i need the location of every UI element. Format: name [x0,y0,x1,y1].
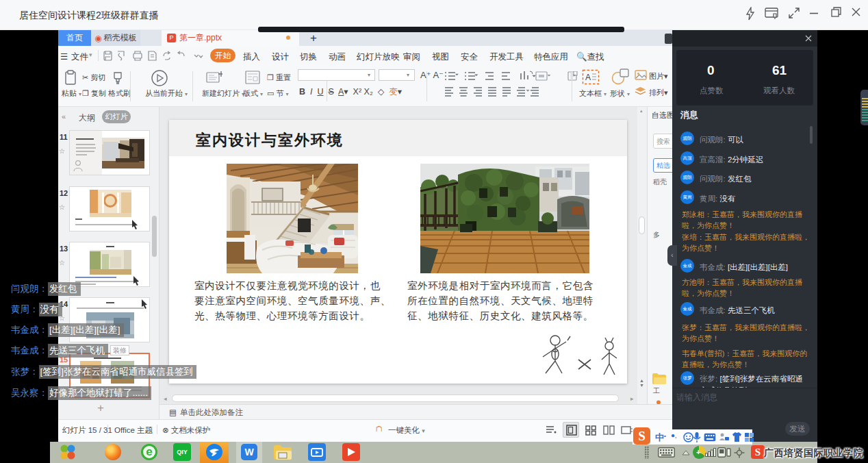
svg-text:A: A [585,73,591,82]
